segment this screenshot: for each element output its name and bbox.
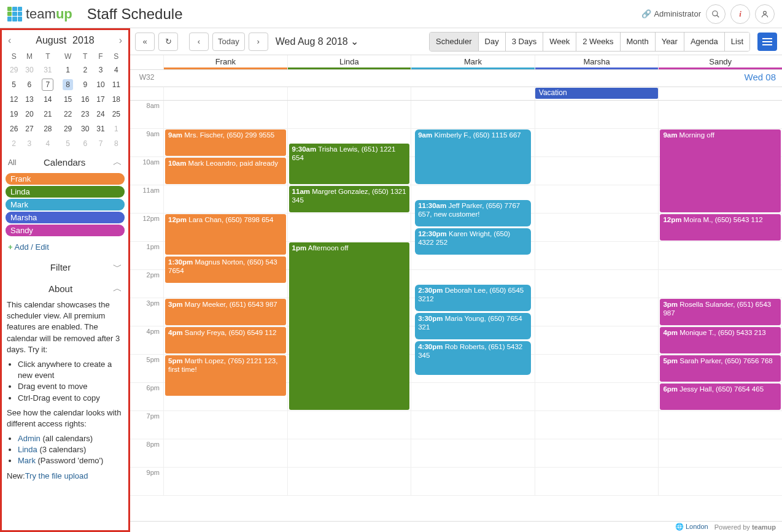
event[interactable]: 9am Morning off (660, 129, 781, 212)
day-column[interactable] (535, 101, 659, 496)
mini-cal-day[interactable]: 29 (7, 63, 21, 77)
mini-cal-day[interactable]: 12 (7, 93, 21, 106)
mini-cal-day[interactable]: 17 (93, 93, 107, 106)
mini-cal-day[interactable]: 27 (22, 122, 36, 136)
menu-button[interactable] (757, 33, 777, 51)
allday-cell[interactable] (163, 87, 287, 100)
event[interactable]: 4:30pm Rob Roberts, (651) 5432 345 (415, 341, 531, 375)
user-button[interactable] (755, 4, 775, 24)
event[interactable]: 4pm Sandy Freya, (650) 6549 112 (165, 327, 286, 353)
mini-cal-day[interactable]: 5 (59, 137, 77, 150)
event[interactable]: 12:30pm Karen Wright, (650) 4322 252 (415, 228, 531, 255)
event[interactable]: 1pm Afternoon off (289, 242, 410, 410)
event[interactable]: 9am Kimberly F., (650) 1115 667 (415, 129, 531, 184)
calendar-item[interactable]: Linda (6, 186, 125, 198)
mini-cal-day[interactable]: 18 (109, 93, 123, 106)
event[interactable]: 12pm Moira M., (650) 5643 112 (660, 214, 781, 241)
mini-cal-day[interactable]: 28 (38, 122, 58, 136)
mini-cal-day[interactable]: 29 (59, 122, 77, 136)
day-column[interactable]: 9am Mrs. Fischer, (650) 299 955510am Mar… (163, 101, 287, 496)
mini-cal-day[interactable]: 26 (7, 122, 21, 136)
view-week[interactable]: Week (543, 33, 576, 51)
add-edit-link[interactable]: + Add / Edit (6, 240, 125, 256)
access-link[interactable]: Admin (18, 434, 41, 443)
mini-cal-day[interactable]: 22 (59, 107, 77, 121)
event[interactable]: 10am Mark Leoandro, paid already (165, 158, 286, 184)
event[interactable]: 5pm Sarah Parker, (650) 7656 768 (660, 355, 781, 382)
day-column[interactable]: 9am Kimberly F., (650) 1115 66711:30am J… (411, 101, 535, 496)
mini-cal-day[interactable]: 3 (22, 137, 36, 150)
next-month-button[interactable]: › (117, 35, 125, 46)
filter-section-header[interactable]: Filter ﹀ (6, 256, 125, 278)
column-header[interactable]: Frank (163, 55, 287, 69)
column-header[interactable]: Mark (411, 55, 535, 69)
day-label[interactable]: Wed 08 (163, 70, 782, 87)
mini-cal-day[interactable]: 4 (109, 63, 123, 77)
mini-cal-day[interactable]: 11 (109, 78, 123, 91)
prev-button[interactable]: ‹ (189, 33, 209, 51)
mini-cal-day[interactable]: 8 (59, 78, 77, 91)
view-3-days[interactable]: 3 Days (506, 33, 543, 51)
event[interactable]: 9:30am Trisha Lewis, (651) 1221 654 (289, 144, 410, 184)
mini-cal-day[interactable]: 6 (78, 137, 92, 150)
mini-cal-day[interactable]: 9 (78, 78, 92, 91)
mini-cal-day[interactable]: 23 (78, 107, 92, 121)
all-link[interactable]: All (8, 158, 16, 167)
view-year[interactable]: Year (656, 33, 684, 51)
grid-scroll[interactable]: 8am9am10am11am12pm1pm2pm3pm4pm5pm6pm7pm8… (130, 101, 782, 521)
today-button[interactable]: Today (212, 33, 245, 51)
mini-cal-day[interactable]: 2 (78, 63, 92, 77)
column-header[interactable]: Linda (287, 55, 411, 69)
event[interactable]: 1:30pm Magnus Norton, (650) 543 7654 (165, 256, 286, 283)
next-button[interactable]: › (249, 33, 268, 51)
mini-cal-day[interactable]: 14 (38, 93, 58, 106)
view-scheduler[interactable]: Scheduler (430, 33, 479, 51)
calendars-section-header[interactable]: All Calendars ︿ (6, 152, 125, 173)
collapse-sidebar-button[interactable]: « (135, 33, 155, 51)
mini-cal-day[interactable]: 5 (7, 78, 21, 91)
event[interactable]: 2:30pm Deborah Lee, (650) 6545 3212 (415, 285, 531, 311)
day-column[interactable]: 9:30am Trisha Lewis, (651) 1221 65411am … (287, 101, 411, 496)
mini-year[interactable]: 2018 (72, 35, 95, 45)
mini-cal-day[interactable]: 6 (22, 78, 36, 91)
about-section-header[interactable]: About ︿ (6, 278, 125, 299)
view-month[interactable]: Month (621, 33, 656, 51)
allday-cell[interactable] (287, 87, 411, 100)
date-picker[interactable]: Wed Aug 8 2018 ⌄ (276, 36, 358, 47)
event[interactable]: 4pm Monique T., (650) 5433 213 (660, 327, 781, 353)
mini-cal-day[interactable]: 31 (38, 63, 58, 77)
search-button[interactable] (706, 4, 726, 24)
mini-cal-day[interactable]: 30 (22, 63, 36, 77)
info-button[interactable]: i (730, 4, 750, 24)
access-link[interactable]: Mark (18, 456, 36, 465)
file-upload-link[interactable]: Try the file upload (25, 471, 88, 480)
view-2-weeks[interactable]: 2 Weeks (576, 33, 620, 51)
mini-cal-day[interactable]: 3 (93, 63, 107, 77)
access-link[interactable]: Linda (18, 445, 37, 454)
calendar-item[interactable]: Sandy (6, 225, 125, 236)
view-agenda[interactable]: Agenda (684, 33, 725, 51)
mini-cal-day[interactable]: 10 (93, 78, 107, 91)
event[interactable]: 9am Mrs. Fischer, (650) 299 9555 (165, 129, 286, 156)
allday-cell[interactable] (658, 87, 782, 100)
event[interactable]: 11am Margret Gonzalez, (650) 1321 345 (289, 186, 410, 212)
mini-cal-day[interactable]: 20 (22, 107, 36, 121)
mini-cal-day[interactable]: 7 (93, 137, 107, 150)
calendar-item[interactable]: Frank (6, 173, 125, 185)
refresh-button[interactable]: ↻ (158, 33, 178, 51)
mini-cal-day[interactable]: 1 (109, 122, 123, 136)
admin-link[interactable]: 🔗 Administrator (641, 9, 701, 18)
mini-cal-day[interactable]: 7 (38, 78, 58, 91)
mini-cal-day[interactable]: 13 (22, 93, 36, 106)
event[interactable]: 11:30am Jeff Parker, (656) 7767 657, new… (415, 200, 531, 226)
mini-cal-day[interactable]: 15 (59, 93, 77, 106)
calendar-item[interactable]: Mark (6, 199, 125, 210)
column-header[interactable]: Sandy (658, 55, 782, 69)
mini-cal-day[interactable]: 25 (109, 107, 123, 121)
timezone-link[interactable]: London (686, 523, 708, 530)
mini-month[interactable]: August (36, 35, 66, 45)
view-list[interactable]: List (725, 33, 749, 51)
mini-cal-day[interactable]: 30 (78, 122, 92, 136)
allday-event[interactable]: Vacation (535, 88, 659, 99)
event[interactable]: 6pm Jessy Hall, (650) 7654 465 (660, 384, 781, 410)
